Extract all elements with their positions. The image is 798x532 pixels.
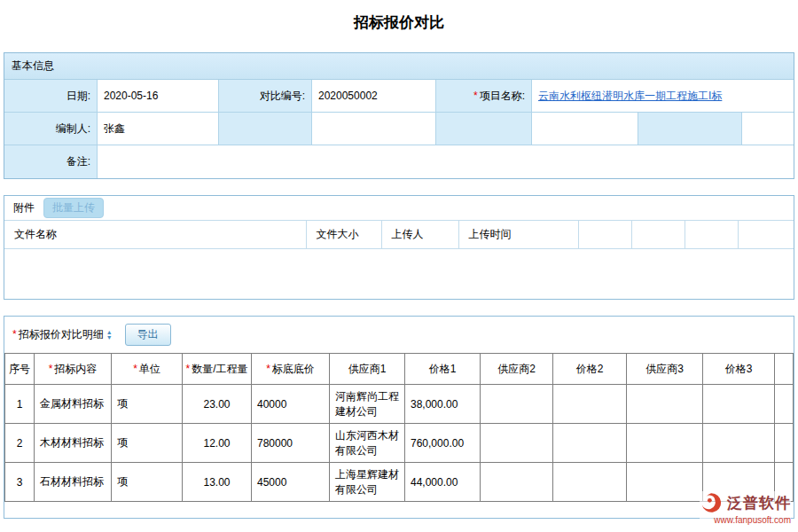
required-mark: * <box>473 90 478 102</box>
attachment-col-header: 上传人 <box>381 221 458 249</box>
attachments-empty-body <box>4 249 794 299</box>
detail-col-header: 序号 <box>5 354 35 385</box>
detail-col-header: *标底底价 <box>252 354 330 385</box>
creator-label: 编制人: <box>4 113 98 145</box>
detail-cell-price2 <box>553 463 627 502</box>
detail-row: 1金属材料招标项23.0040000河南辉尚工程建材公司38,000.00 <box>5 385 794 424</box>
attachment-col-header: 文件大小 <box>306 221 381 249</box>
attachments-header-row: 文件名称文件大小上传人上传时间 <box>4 221 794 249</box>
empty-value-cell <box>742 113 794 145</box>
detail-cell-supplier1: 河南辉尚工程建材公司 <box>330 385 405 424</box>
detail-col-header-empty <box>775 354 794 385</box>
fanpu-logo-icon <box>700 491 723 514</box>
compare-no-label: 对比编号: <box>219 80 312 113</box>
date-value: 2020-05-16 <box>98 80 219 113</box>
detail-cell-base_price: 780000 <box>252 424 330 463</box>
detail-cell-price2 <box>553 424 627 463</box>
detail-cell-unit: 项 <box>112 424 183 463</box>
detail-cell-price3 <box>703 424 775 463</box>
detail-section-title: *招标报价对比明细 <box>12 327 104 342</box>
detail-row: 3石材材料招标项13.0045000上海星辉建材有限公司44,000.00 <box>5 463 794 502</box>
attachment-col-header: 文件名称 <box>4 221 306 249</box>
detail-col-header: *数量/工程量 <box>183 354 252 385</box>
detail-cell-qty: 12.00 <box>183 424 252 463</box>
detail-header-bar: *招标报价对比明细 ▲▼ 导出 <box>4 317 794 353</box>
empty-label-cell <box>436 113 532 145</box>
detail-cell-content: 金属材料招标 <box>35 385 112 424</box>
attachments-section: 附件 批量上传 文件名称文件大小上传人上传时间 <box>4 195 794 300</box>
required-mark: * <box>12 328 17 340</box>
detail-cell-qty: 13.00 <box>183 463 252 502</box>
detail-col-header: 供应商3 <box>627 354 703 385</box>
detail-cell-content: 木材材料招标 <box>35 424 112 463</box>
batch-upload-button[interactable]: 批量上传 <box>43 198 104 218</box>
basic-info-row-3: 备注: <box>4 145 794 178</box>
attachment-col-header-empty <box>685 221 738 249</box>
detail-cell-price1: 44,000.00 <box>405 463 481 502</box>
basic-info-section: 基本信息 日期: 2020-05-16 对比编号: 2020050002 *项目… <box>4 52 794 179</box>
detail-header-row: 序号*招标内容*单位*数量/工程量*标底底价供应商1价格1供应商2价格2供应商3… <box>5 354 794 385</box>
detail-cell-supplier3 <box>627 424 703 463</box>
detail-cell-qty: 23.00 <box>183 385 252 424</box>
detail-cell-base_price: 40000 <box>252 385 330 424</box>
project-name-label: *项目名称: <box>436 80 532 113</box>
attachment-col-header-empty <box>631 221 685 249</box>
detail-col-header: 价格2 <box>553 354 627 385</box>
detail-cell-content: 石材材料招标 <box>35 463 112 502</box>
detail-cell-price2 <box>553 385 627 424</box>
detail-cell-base_price: 45000 <box>252 463 330 502</box>
attachments-section-title: 附件 <box>13 200 35 215</box>
attachment-col-header-empty <box>578 221 631 249</box>
project-name-value: 云南水利枢纽潜明水库一期工程施工I标 <box>532 80 794 113</box>
project-name-label-text: 项目名称: <box>480 89 525 104</box>
detail-col-header: *单位 <box>112 354 183 385</box>
project-name-link[interactable]: 云南水利枢纽潜明水库一期工程施工I标 <box>538 89 722 104</box>
detail-col-header: 价格1 <box>405 354 481 385</box>
detail-col-header: 供应商1 <box>330 354 405 385</box>
basic-info-section-header: 基本信息 <box>4 53 794 80</box>
detail-cell-price3 <box>703 385 775 424</box>
detail-col-header: *招标内容 <box>35 354 112 385</box>
detail-cell-seq: 3 <box>5 463 35 502</box>
attachment-col-header-empty <box>738 221 794 249</box>
detail-cell-supplier2 <box>481 385 553 424</box>
detail-section: *招标报价对比明细 ▲▼ 导出 序号*招标内容*单位*数量/工程量*标底底价供应… <box>4 316 794 519</box>
detail-col-header: 价格3 <box>703 354 775 385</box>
detail-cell-unit: 项 <box>112 463 183 502</box>
empty-label-cell <box>219 113 312 145</box>
attachments-table: 文件名称文件大小上传人上传时间 <box>4 220 794 249</box>
detail-spacer <box>4 502 794 518</box>
detail-table-body: 1金属材料招标项23.0040000河南辉尚工程建材公司38,000.002木材… <box>5 385 794 502</box>
detail-cell-price1: 760,000.00 <box>405 424 481 463</box>
brand-name: 泛普软件 <box>727 493 791 513</box>
remark-label: 备注: <box>4 145 98 178</box>
detail-cell-price1: 38,000.00 <box>405 385 481 424</box>
compare-no-value: 2020050002 <box>312 80 436 113</box>
export-button[interactable]: 导出 <box>125 324 171 346</box>
creator-value: 张鑫 <box>98 113 219 145</box>
remark-value <box>98 145 794 178</box>
brand-url: www.fanpusoft.com <box>700 515 791 525</box>
attachments-header-bar: 附件 批量上传 <box>4 196 794 220</box>
basic-info-row-1: 日期: 2020-05-16 对比编号: 2020050002 *项目名称: 云… <box>4 80 794 113</box>
detail-section-title-text: 招标报价对比明细 <box>19 328 104 340</box>
detail-cell-seq: 1 <box>5 385 35 424</box>
sort-icon[interactable]: ▲▼ <box>106 330 113 340</box>
detail-table: 序号*招标内容*单位*数量/工程量*标底底价供应商1价格1供应商2价格2供应商3… <box>4 353 794 502</box>
basic-info-row-2: 编制人: 张鑫 <box>4 113 794 145</box>
page-title: 招标报价对比 <box>0 12 798 33</box>
required-mark: * <box>185 363 190 375</box>
detail-cell-supplier3 <box>627 385 703 424</box>
attachment-col-header: 上传时间 <box>458 221 578 249</box>
detail-cell-empty <box>775 385 794 424</box>
detail-row: 2木材材料招标项12.00780000山东河西木材有限公司760,000.00 <box>5 424 794 463</box>
detail-cell-supplier1: 山东河西木材有限公司 <box>330 424 405 463</box>
detail-cell-supplier3 <box>627 463 703 502</box>
detail-cell-supplier1: 上海星辉建材有限公司 <box>330 463 405 502</box>
required-mark: * <box>133 363 137 375</box>
empty-label-cell <box>638 113 742 145</box>
detail-cell-supplier2 <box>481 424 553 463</box>
detail-cell-supplier2 <box>481 463 553 502</box>
required-mark: * <box>266 363 270 375</box>
detail-col-header: 供应商2 <box>481 354 553 385</box>
